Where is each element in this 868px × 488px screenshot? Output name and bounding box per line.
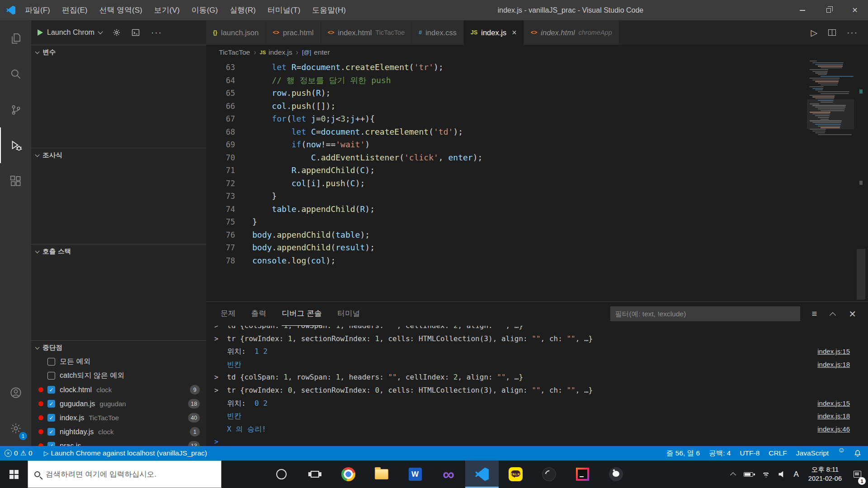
launch-config-dropdown[interactable]: Launch Chrom bbox=[47, 28, 102, 37]
console-prompt[interactable]: > bbox=[214, 436, 218, 446]
close-icon[interactable]: × bbox=[512, 28, 517, 38]
search-icon[interactable] bbox=[0, 56, 31, 92]
encoding[interactable]: UTF-8 bbox=[735, 446, 764, 460]
indentation[interactable]: 공백: 4 bbox=[704, 446, 735, 460]
vscode-taskbar-button[interactable] bbox=[465, 460, 499, 488]
breakpoint-checkbox[interactable]: ✓ bbox=[47, 386, 55, 394]
editor-tab[interactable]: {}launch.json bbox=[206, 20, 266, 45]
minimap-slider[interactable] bbox=[807, 99, 854, 129]
breakpoint-item[interactable]: ✓gugudan.jsgugudan18 bbox=[31, 397, 206, 411]
kakaotalk-taskbar-button[interactable]: TALK bbox=[499, 460, 532, 488]
dark-round-app-taskbar-button[interactable] bbox=[532, 460, 566, 488]
intellij-taskbar-button[interactable] bbox=[566, 460, 599, 488]
source-control-icon[interactable] bbox=[0, 92, 31, 127]
breakpoint-checkbox[interactable] bbox=[47, 358, 55, 366]
expand-icon[interactable]: > bbox=[214, 326, 218, 333]
console-source-link[interactable]: index.js:18 bbox=[817, 358, 850, 371]
task-view-taskbar-button[interactable] bbox=[298, 460, 331, 488]
debug-console-icon[interactable] bbox=[131, 28, 140, 37]
settings-gear-icon[interactable]: 1 bbox=[0, 410, 31, 446]
breakpoint-item[interactable]: 모든 예외 bbox=[31, 355, 206, 369]
expand-icon[interactable]: > bbox=[214, 333, 218, 346]
panel-tab[interactable]: 디버그 콘솔 bbox=[282, 302, 322, 326]
problems-status[interactable]: × 0 ⚠ 0 bbox=[0, 446, 39, 460]
breakpoints-header[interactable]: 중단점 bbox=[31, 341, 206, 355]
panel-tab[interactable]: 터미널 bbox=[337, 302, 360, 326]
gear-icon[interactable] bbox=[112, 28, 121, 37]
breakpoint-item[interactable]: ✓prac.js13 bbox=[31, 439, 206, 446]
breakpoint-item[interactable]: ✓nightday.jsclock1 bbox=[31, 425, 206, 439]
filter-icon[interactable]: ≡ bbox=[812, 309, 817, 319]
breadcrumb-item[interactable]: [@]enter bbox=[302, 48, 330, 56]
console-source-link[interactable]: index.js:15 bbox=[817, 397, 850, 410]
close-button[interactable]: ✕ bbox=[842, 0, 868, 20]
taskbar-search-input[interactable] bbox=[46, 470, 199, 479]
language-mode[interactable]: JavaScript bbox=[792, 446, 833, 460]
eol-sequence[interactable]: CRLF bbox=[764, 446, 791, 460]
debug-launch-status[interactable]: ▷ Launch Chrome against localhost (vanil… bbox=[39, 446, 214, 460]
code-editor[interactable]: 63 let R=document.createElement('tr');64… bbox=[206, 60, 868, 301]
cortana-taskbar-button[interactable] bbox=[264, 460, 298, 488]
more-actions-icon[interactable]: ··· bbox=[151, 28, 162, 38]
file-explorer-taskbar-button[interactable] bbox=[365, 460, 398, 488]
notifications-bell-icon[interactable] bbox=[849, 446, 868, 460]
breakpoint-checkbox[interactable]: ✓ bbox=[47, 428, 55, 436]
chrome-taskbar-button[interactable] bbox=[331, 460, 365, 488]
console-source-link[interactable]: index.js:46 bbox=[817, 423, 850, 436]
menu-item[interactable]: 선택 영역(S) bbox=[93, 0, 148, 20]
battery-icon[interactable] bbox=[744, 472, 753, 477]
minimize-button[interactable] bbox=[789, 0, 816, 20]
menu-item[interactable]: 터미널(T) bbox=[262, 0, 307, 20]
menu-item[interactable]: 파일(F) bbox=[19, 0, 56, 20]
breadcrumb-item[interactable]: JSindex.js bbox=[260, 48, 292, 56]
menu-item[interactable]: 편집(E) bbox=[56, 0, 94, 20]
close-panel-icon[interactable]: ✕ bbox=[849, 309, 856, 319]
panel-tab[interactable]: 문제 bbox=[221, 302, 236, 326]
account-icon[interactable] bbox=[0, 375, 31, 410]
breakpoint-checkbox[interactable] bbox=[47, 372, 55, 380]
console-filter-input[interactable] bbox=[610, 306, 800, 321]
editor-tab[interactable]: <>index.htmlchromeApp bbox=[524, 20, 619, 45]
wifi-icon[interactable] bbox=[761, 471, 770, 478]
breakpoint-checkbox[interactable]: ✓ bbox=[47, 400, 55, 408]
breakpoint-item[interactable]: ✓index.jsTicTacToe40 bbox=[31, 411, 206, 425]
console-source-link[interactable]: index.js:18 bbox=[817, 410, 850, 423]
github-desktop-taskbar-button[interactable] bbox=[599, 460, 632, 488]
taskbar-search[interactable] bbox=[28, 460, 222, 488]
watch-header[interactable]: 조사식 bbox=[31, 148, 206, 162]
breakpoint-checkbox[interactable]: ✓ bbox=[47, 414, 55, 422]
console-source-link[interactable]: index.js:15 bbox=[817, 345, 850, 358]
run-button[interactable]: ▷ bbox=[811, 28, 817, 38]
action-center-button[interactable]: 1 bbox=[846, 460, 868, 488]
variables-header[interactable]: 변수 bbox=[31, 45, 206, 59]
minimap[interactable] bbox=[807, 61, 854, 301]
start-button[interactable] bbox=[0, 460, 28, 488]
breakpoint-item[interactable]: ✓clock.htmlclock9 bbox=[31, 383, 206, 397]
explorer-icon[interactable] bbox=[0, 20, 31, 56]
menu-item[interactable]: 이동(G) bbox=[185, 0, 224, 20]
vertical-scrollbar[interactable] bbox=[854, 60, 868, 301]
maximize-panel-icon[interactable] bbox=[830, 312, 836, 318]
breakpoint-item[interactable]: catch되지 않은 예외 bbox=[31, 369, 206, 383]
menu-item[interactable]: 실행(R) bbox=[224, 0, 262, 20]
editor-tab[interactable]: #index.css bbox=[412, 20, 464, 45]
editor-tab[interactable]: <>prac.html bbox=[266, 20, 321, 45]
visual-studio-taskbar-button[interactable]: ∞ bbox=[432, 460, 465, 488]
word-taskbar-button[interactable]: W bbox=[398, 460, 432, 488]
menu-item[interactable]: 보기(V) bbox=[148, 0, 186, 20]
ime-indicator[interactable]: A bbox=[793, 470, 798, 479]
debug-console-output[interactable]: >td {colSpan: 1, rowSpan: 1, headers: ""… bbox=[206, 326, 868, 446]
call-stack-header[interactable]: 호출 스택 bbox=[31, 244, 206, 258]
expand-icon[interactable]: > bbox=[214, 384, 218, 397]
menu-item[interactable]: 도움말(H) bbox=[306, 0, 352, 20]
editor-tab[interactable]: <>index.htmlTicTacToe bbox=[321, 20, 412, 45]
cursor-position[interactable]: 줄 56, 열 6 bbox=[662, 446, 704, 460]
start-debug-icon[interactable] bbox=[38, 29, 43, 36]
split-editor-icon[interactable] bbox=[828, 29, 836, 36]
hidden-icons-chevron[interactable] bbox=[731, 472, 736, 478]
editor-tab[interactable]: JSindex.js× bbox=[464, 20, 524, 45]
breadcrumb-item[interactable]: TicTacToe bbox=[219, 48, 250, 56]
scrollbar-slider[interactable] bbox=[857, 249, 865, 300]
breakpoint-checkbox[interactable]: ✓ bbox=[47, 442, 55, 446]
feedback-smiley-icon[interactable]: ☺ bbox=[833, 446, 849, 460]
